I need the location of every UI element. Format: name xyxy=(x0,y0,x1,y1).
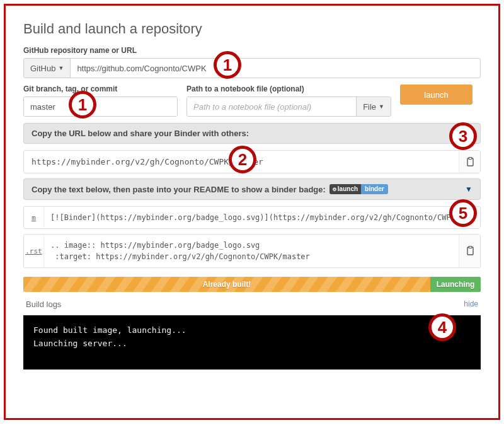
repo-url-input[interactable] xyxy=(71,59,480,78)
clipboard-icon xyxy=(466,246,474,256)
badge-header-text: Copy the text below, then paste into you… xyxy=(32,185,326,194)
repo-url-label: GitHub repository name or URL xyxy=(23,46,481,55)
launch-button[interactable]: launch xyxy=(400,84,472,105)
svg-rect-3 xyxy=(469,213,472,215)
share-url-text[interactable]: https://mybinder.org/v2/gh/Cognonto/CWPK… xyxy=(24,151,459,173)
file-type-dropdown-label: File xyxy=(363,102,376,112)
progress-phase: Launching xyxy=(430,277,481,292)
share-url-header: Copy the URL below and share your Binder… xyxy=(23,123,481,144)
caret-down-icon: ▼ xyxy=(379,103,384,110)
notebook-path-label: Path to a notebook file (optional) xyxy=(186,84,391,93)
chevron-down-icon: ▼ xyxy=(465,185,472,194)
build-logs-label: Build logs xyxy=(26,300,61,309)
binder-badge-preview: ⌾launch binder xyxy=(329,184,388,194)
file-type-dropdown[interactable]: File ▼ xyxy=(356,97,391,116)
progress-bar: Already built! Launching xyxy=(23,277,481,292)
caret-down-icon: ▼ xyxy=(58,65,64,71)
progress-status: Already built! xyxy=(23,277,430,292)
clipboard-icon xyxy=(466,212,474,223)
copy-url-button[interactable] xyxy=(459,151,480,173)
provider-dropdown[interactable]: GitHub ▼ xyxy=(24,59,71,78)
provider-dropdown-label: GitHub xyxy=(30,64,55,73)
page-title: Build and launch a repository xyxy=(23,21,481,37)
rings-icon: ⌾ xyxy=(333,185,336,194)
build-logs-terminal: Found built image, launching... Launchin… xyxy=(23,315,481,370)
svg-rect-5 xyxy=(469,247,472,248)
branch-label: Git branch, tag, or commit xyxy=(23,84,178,93)
rst-format-label: .rst xyxy=(24,235,44,267)
hide-logs-link[interactable]: hide xyxy=(464,300,478,309)
clipboard-icon xyxy=(466,157,474,167)
rst-badge-text[interactable]: .. image:: https://mybinder.org/badge_lo… xyxy=(44,235,459,267)
markdown-format-label: m xyxy=(24,207,44,228)
badge-section-header[interactable]: Copy the text below, then paste into you… xyxy=(23,178,481,200)
branch-input[interactable] xyxy=(24,97,177,116)
notebook-path-input[interactable] xyxy=(187,97,356,116)
copy-markdown-button[interactable] xyxy=(459,207,480,228)
markdown-badge-text[interactable]: [![Binder](https://mybinder.org/badge_lo… xyxy=(44,207,459,228)
svg-rect-1 xyxy=(469,157,472,159)
copy-rst-button[interactable] xyxy=(459,235,480,267)
